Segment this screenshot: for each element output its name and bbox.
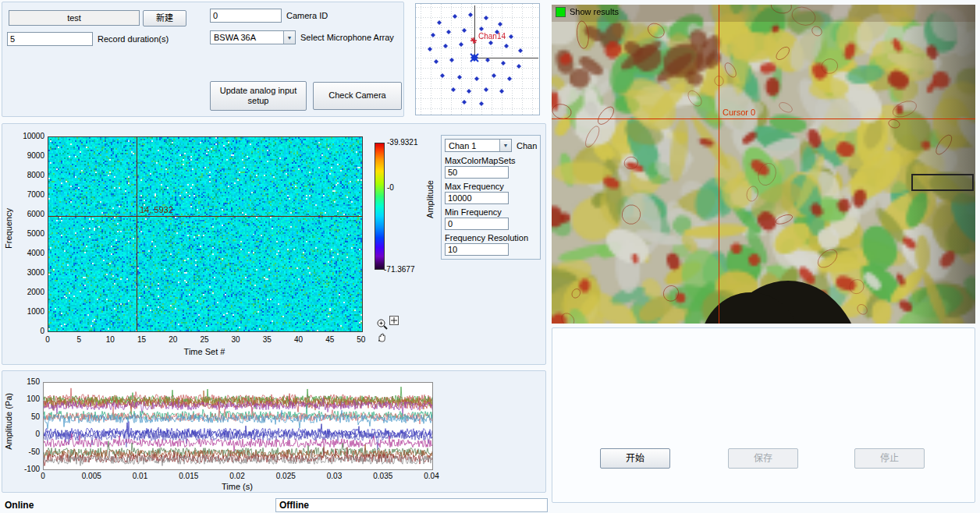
setup-panel: test 新建 Camera ID Record duration(s) BSW…	[2, 2, 404, 117]
chevron-down-icon: ▼	[283, 31, 295, 44]
camera-id-field[interactable]	[210, 9, 282, 23]
tick-label: 0.025	[270, 472, 301, 480]
tick-label: 0.015	[173, 472, 204, 480]
tick-label: 4000	[15, 249, 44, 257]
tick-label: 7000	[15, 190, 44, 199]
max-colormap-field[interactable]	[445, 166, 509, 179]
waveform-x-ticks: 00.0050.010.0150.020.0250.030.0350.04	[27, 472, 447, 480]
tick-label: 150	[13, 377, 40, 386]
max-frequency-label: Max Frequency	[445, 182, 504, 191]
tick-label: 25	[197, 335, 212, 344]
colorbar-mid-label: -0	[387, 183, 394, 192]
array-plot-canvas	[416, 4, 539, 115]
spectrogram-panel: Frequency 100009000800070006000500040003…	[2, 123, 546, 365]
mic-array-label: Select Microphone Array	[300, 33, 394, 42]
channel-value: Chan 1	[449, 141, 476, 150]
spectrogram-plot[interactable]	[48, 136, 363, 332]
tick-label: 30	[228, 335, 243, 344]
tick-label: 0	[27, 472, 59, 480]
channel-label: Chan	[517, 141, 537, 150]
camera-canvas[interactable]	[552, 5, 975, 324]
tick-label: 35	[259, 335, 275, 344]
tick-label: 0.02	[222, 472, 253, 480]
tick-label: 15	[134, 335, 150, 344]
app-window: test 新建 Camera ID Record duration(s) BSW…	[0, 0, 980, 513]
waveform-y-ticks: 150100500-50-100	[13, 377, 40, 473]
frequency-resolution-field[interactable]	[445, 243, 509, 256]
new-button[interactable]: 新建	[143, 10, 186, 27]
colorbar-min-label: -71.3677	[384, 265, 414, 274]
action-panel: 开始 保存 停止	[552, 327, 975, 503]
tick-label: 50	[13, 412, 40, 421]
spectrogram-x-ticks: 05101520253035404550	[40, 335, 369, 344]
session-name-field[interactable]: test	[9, 10, 140, 26]
tick-label: 8000	[15, 171, 44, 179]
stop-button[interactable]: 停止	[854, 448, 925, 469]
analysis-controls: Chan 1 ▼ Chan MaxColorMapSets Max Freque…	[441, 135, 541, 260]
tick-label: 10	[102, 335, 118, 344]
max-frequency-field[interactable]	[445, 192, 509, 204]
mic-array-value: BSWA 36A	[214, 33, 256, 42]
record-duration-label: Record duration(s)	[98, 34, 169, 44]
tick-label: 10000	[15, 132, 44, 140]
camera-id-label: Camera ID	[286, 11, 328, 20]
start-button[interactable]: 开始	[600, 448, 670, 469]
update-analog-input-button[interactable]: Update analog input setup	[210, 81, 307, 111]
chevron-down-icon: ▼	[499, 140, 511, 151]
waveform-panel: Amplitude (Pa) 150100500-50-100 00.0050.…	[2, 370, 546, 493]
colorbar-max-label: -39.9321	[387, 138, 417, 147]
record-duration-field[interactable]	[7, 32, 93, 46]
tick-label: 0.035	[368, 472, 399, 480]
tick-label: 0	[40, 335, 55, 344]
tick-label: 45	[322, 335, 338, 344]
tick-label: 1000	[15, 307, 44, 316]
tick-label: 40	[291, 335, 307, 344]
array-geometry-panel	[415, 3, 540, 115]
tick-label: 0.005	[76, 472, 107, 480]
colorbar-title: Amplitude	[425, 180, 435, 218]
tick-label: 100	[13, 394, 40, 403]
pan-hand-icon[interactable]	[377, 331, 389, 345]
online-status: Online	[5, 500, 34, 511]
tick-label: 0.04	[416, 472, 447, 480]
spectrogram-y-ticks: 1000090008000700060005000400030002000100…	[15, 132, 44, 335]
tick-label: 0.03	[319, 472, 350, 480]
tick-label: 0.01	[125, 472, 156, 480]
cursor-plus-icon[interactable]	[389, 316, 399, 327]
tick-label: 50	[353, 335, 369, 344]
tick-label: 20	[165, 335, 181, 344]
tick-label: 2000	[15, 288, 44, 296]
waveform-plot[interactable]	[43, 382, 433, 470]
channel-dropdown[interactable]: Chan 1 ▼	[445, 139, 512, 152]
tick-label: 5	[71, 335, 87, 344]
tick-label: 6000	[15, 210, 44, 218]
amplitude-colorbar	[375, 143, 385, 270]
tick-label: 3000	[15, 268, 44, 277]
max-colormap-label: MaxColorMapSets	[445, 156, 515, 165]
show-results-checkbox[interactable]	[556, 7, 566, 17]
tick-label: 0	[13, 430, 40, 438]
min-frequency-label: Min Frequency	[445, 207, 502, 217]
tick-label: 9000	[15, 151, 44, 160]
spectrogram-y-axis-label: Frequency	[4, 208, 13, 249]
min-frequency-field[interactable]	[445, 218, 509, 230]
tick-label: -50	[13, 448, 40, 456]
offline-status: Offline	[275, 498, 548, 512]
mic-array-dropdown[interactable]: BSWA 36A ▼	[210, 30, 296, 44]
save-button[interactable]: 保存	[728, 448, 798, 469]
show-results-label: Show results	[570, 7, 619, 16]
camera-view: Show results	[552, 5, 975, 324]
check-camera-button[interactable]: Check Camera	[313, 82, 402, 110]
zoom-icon[interactable]	[376, 318, 389, 332]
waveform-x-axis-label: Time (s)	[43, 482, 431, 491]
waveform-y-axis-label: Amplitude (Pa)	[4, 393, 13, 450]
tick-label: 5000	[15, 229, 44, 238]
spectrogram-x-axis-label: Time Set #	[48, 347, 361, 356]
tick-label: 0	[15, 327, 44, 335]
frequency-resolution-label: Frequency Resolution	[445, 233, 528, 242]
